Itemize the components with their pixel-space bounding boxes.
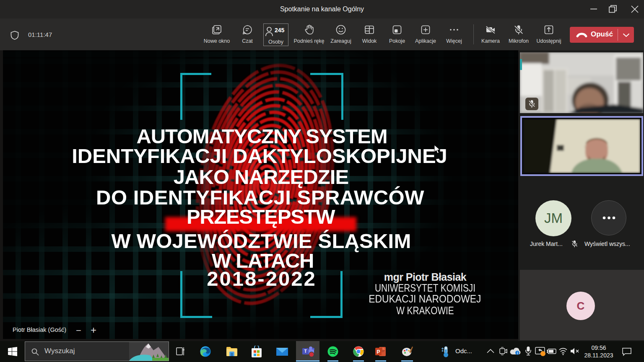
svg-text:T: T <box>304 349 306 354</box>
svg-text:245: 245 <box>275 27 285 34</box>
svg-text:P: P <box>377 349 380 355</box>
